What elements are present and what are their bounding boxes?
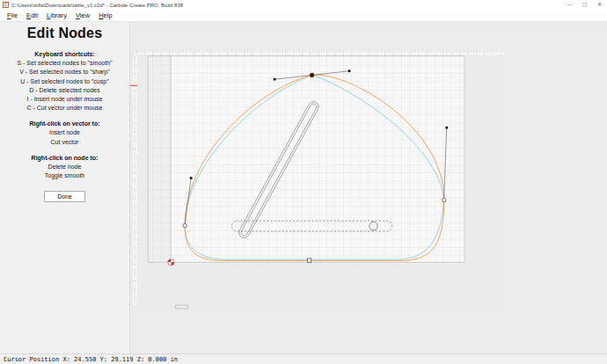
- menu-library[interactable]: Library: [42, 10, 71, 21]
- menu-view[interactable]: View: [71, 10, 94, 21]
- cursor-position: Cursor Position X: 24.550 Y: 29.119 Z: 0…: [4, 356, 178, 363]
- window-title: C:\Users\willa\Downloads\table_v1.c2d* -…: [11, 3, 562, 8]
- shortcut-insert: I - Insert node under mouse: [0, 96, 129, 102]
- menu-edit[interactable]: Edit: [22, 10, 42, 21]
- canvas-svg[interactable]: [130, 22, 607, 353]
- shortcut-delete: D - Delete selected nodes: [0, 87, 129, 93]
- section-rightclick-node: Right-click on node to:: [0, 155, 129, 161]
- title-bar: C C:\Users\willa\Downloads\table_v1.c2d*…: [0, 0, 607, 10]
- node-delete-node: Delete node: [0, 164, 129, 170]
- menu-bar: File Edit Library View Help: [0, 10, 607, 22]
- status-bar: Cursor Position X: 24.550 Y: 29.119 Z: 0…: [0, 353, 607, 364]
- section-rightclick-vector: Right-click on vector to:: [0, 120, 129, 127]
- close-button[interactable]: ✕: [592, 0, 607, 10]
- vector-cut-vector: Cut vector: [0, 139, 129, 145]
- app-icon: C: [3, 2, 9, 8]
- app-window: C C:\Users\willa\Downloads\table_v1.c2d*…: [0, 0, 607, 364]
- handle-endpoint-upleft[interactable]: [190, 177, 193, 179]
- section-keyboard-shortcuts: Keyboard shortcuts:: [0, 51, 129, 57]
- ruler-cursor-marker: [130, 85, 137, 86]
- menu-help[interactable]: Help: [94, 10, 116, 21]
- handle-endpoint-left[interactable]: [274, 78, 276, 81]
- origin-marker[interactable]: [168, 259, 174, 266]
- vector-insert-node: Insert node: [0, 129, 129, 135]
- done-button[interactable]: Done: [44, 191, 85, 202]
- handle-endpoint-up[interactable]: [445, 127, 448, 129]
- edit-nodes-panel: Edit Nodes Keyboard shortcuts: S - Set s…: [0, 22, 130, 353]
- shortcut-sharp: V - Set selected nodes to "sharp": [0, 69, 129, 75]
- ruler-corner: [133, 51, 137, 55]
- shortcut-cut: C - Cut vector under mouse: [0, 105, 129, 111]
- node-bottom[interactable]: [307, 258, 311, 262]
- menu-file[interactable]: File: [3, 10, 22, 21]
- shortcut-cusp: U - Set selected nodes to "cusp": [0, 78, 129, 84]
- smooth-node-selected[interactable]: [310, 73, 314, 77]
- node-left[interactable]: [183, 224, 186, 228]
- node-right[interactable]: [442, 198, 445, 201]
- ruler-horizontal-ticks: [137, 51, 505, 55]
- horizontal-scrollbar-thumb[interactable]: [176, 305, 187, 309]
- maximize-button[interactable]: ▢: [577, 0, 592, 10]
- node-toggle-smooth: Toggle smooth: [0, 172, 129, 178]
- shortcut-smooth: S - Set selected nodes to "smooth": [0, 60, 129, 66]
- panel-title: Edit Nodes: [0, 25, 129, 41]
- handle-endpoint-right[interactable]: [348, 69, 351, 72]
- design-canvas[interactable]: [130, 22, 607, 353]
- minimize-button[interactable]: —: [562, 0, 577, 10]
- ruler-vertical-ticks: [133, 55, 137, 305]
